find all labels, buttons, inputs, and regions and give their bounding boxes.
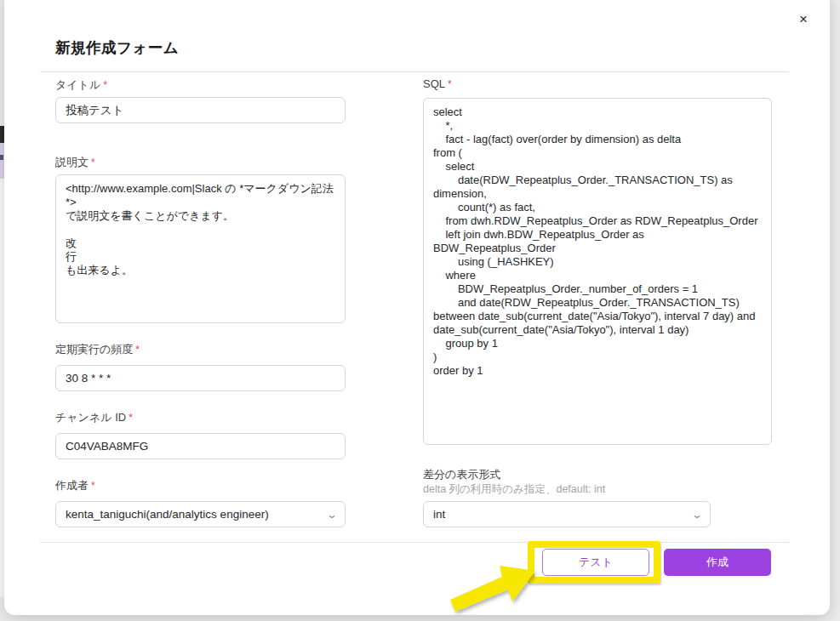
channel-id-label-text: チャンネル ID [55, 411, 126, 424]
delta-format-select[interactable]: int ⌄ [423, 501, 711, 527]
page: { "modal": { "title": "新規作成フォーム", "close… [0, 0, 840, 621]
schedule-label: 定期実行の頻度* [55, 342, 140, 357]
close-icon[interactable]: × [794, 10, 813, 29]
creator-required-mark: * [91, 480, 95, 492]
title-label-text: タイトル [55, 78, 100, 91]
creator-label-text: 作成者 [55, 479, 89, 492]
footer-divider [40, 542, 789, 543]
create-button[interactable]: 作成 [664, 549, 771, 576]
background-sidebar-fragment-dot [0, 155, 3, 160]
channel-id-required-mark: * [129, 412, 133, 424]
description-label-text: 説明文 [55, 156, 89, 168]
sql-label: SQL* [423, 77, 452, 90]
chevron-down-icon: ⌄ [691, 509, 703, 521]
creator-select[interactable]: kenta_taniguchi(and/analytics engineer) … [55, 501, 346, 527]
new-creation-form-modal: × 新規作成フォーム タイトル* 説明文* <http://www.exampl… [4, 0, 830, 615]
schedule-label-text: 定期実行の頻度 [55, 343, 133, 356]
test-button[interactable]: テスト [542, 549, 649, 576]
description-required-mark: * [91, 157, 95, 168]
title-label: タイトル* [55, 77, 107, 93]
title-divider [40, 71, 789, 72]
schedule-input[interactable] [55, 365, 346, 391]
sql-required-mark: * [448, 78, 452, 90]
title-required-mark: * [103, 79, 107, 91]
title-input[interactable] [55, 97, 346, 123]
creator-label: 作成者* [55, 478, 95, 493]
schedule-required-mark: * [135, 344, 140, 356]
description-textarea[interactable]: <http://www.example.com|Slack の *マークダウン記… [55, 174, 346, 323]
delta-format-select-value: int [433, 508, 445, 521]
sql-label-text: SQL [423, 77, 445, 90]
description-label: 説明文* [55, 155, 95, 170]
delta-format-helper: delta 列の利用時のみ指定、default: int [423, 482, 605, 497]
creator-select-value: kenta_taniguchi(and/analytics engineer) [66, 508, 269, 521]
chevron-down-icon: ⌄ [326, 509, 338, 521]
sql-textarea[interactable]: select *, fact - lag(fact) over(order by… [423, 98, 772, 445]
delta-format-label: 差分の表示形式 [423, 467, 500, 482]
channel-id-label: チャンネル ID* [55, 410, 133, 425]
modal-title: 新規作成フォーム [55, 37, 179, 58]
channel-id-input[interactable] [55, 433, 346, 459]
